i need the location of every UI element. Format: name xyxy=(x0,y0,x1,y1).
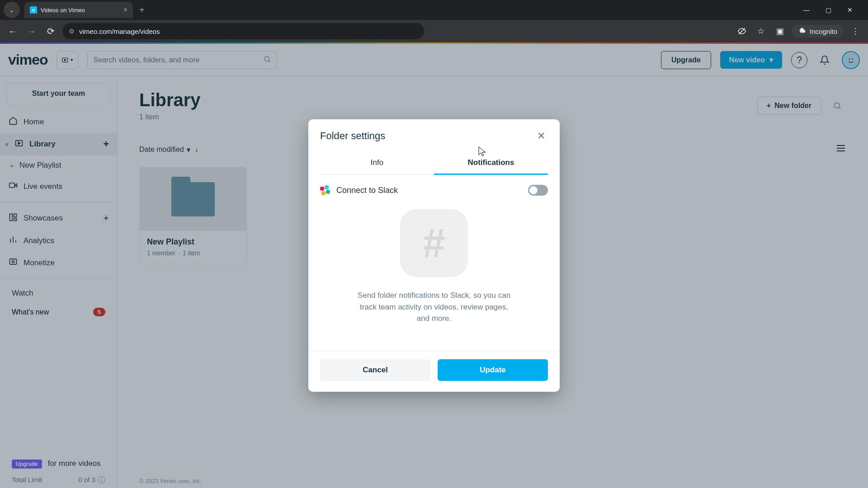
modal-title: Folder settings xyxy=(320,130,385,142)
browser-chrome: ⌄ v Videos on Vimeo × + — ▢ ✕ ← → ⟳ ⚙ vi… xyxy=(0,0,868,42)
address-bar: ← → ⟳ ⚙ vimeo.com/manage/videos ☆ ▣ Inco… xyxy=(0,20,868,42)
modal-scrim[interactable]: Folder settings ✕ Info Notifications Con… xyxy=(0,42,868,488)
url-text: vimeo.com/manage/videos xyxy=(79,28,160,35)
modal-footer: Cancel Update xyxy=(308,351,560,392)
incognito-label: Incognito xyxy=(810,28,837,35)
minimize-icon[interactable]: — xyxy=(801,6,812,14)
tab-search-button[interactable]: ⌄ xyxy=(4,2,20,18)
tab-info[interactable]: Info xyxy=(320,152,434,175)
slack-icon xyxy=(320,185,330,195)
connect-slack-row: Connect to Slack xyxy=(320,185,548,196)
reload-button[interactable]: ⟳ xyxy=(43,24,58,38)
url-field[interactable]: ⚙ vimeo.com/manage/videos xyxy=(62,23,424,39)
tab-title: Videos on Vimeo xyxy=(41,7,85,14)
update-button[interactable]: Update xyxy=(438,359,548,381)
close-window-icon[interactable]: ✕ xyxy=(844,6,855,14)
new-tab-button[interactable]: + xyxy=(134,5,150,15)
maximize-icon[interactable]: ▢ xyxy=(823,6,834,14)
folder-settings-modal: Folder settings ✕ Info Notifications Con… xyxy=(308,119,560,392)
tab-notifications[interactable]: Notifications xyxy=(434,152,548,175)
browser-tab[interactable]: v Videos on Vimeo × xyxy=(24,2,133,18)
forward-button: → xyxy=(24,24,39,38)
modal-tabs: Info Notifications xyxy=(308,152,560,175)
modal-body: Connect to Slack # Send folder notificat… xyxy=(308,175,560,338)
modal-illustration-area: # Send folder notifications to Slack, so… xyxy=(320,196,548,328)
chrome-menu-icon[interactable]: ⋮ xyxy=(848,24,863,38)
tracking-blocked-icon[interactable] xyxy=(735,24,749,38)
back-button[interactable]: ← xyxy=(5,24,20,38)
incognito-indicator[interactable]: Incognito xyxy=(792,25,844,38)
slack-toggle[interactable] xyxy=(528,185,548,196)
side-panel-icon[interactable]: ▣ xyxy=(773,24,787,38)
modal-description: Send folder notifications to Slack, so y… xyxy=(353,290,515,324)
close-tab-icon[interactable]: × xyxy=(123,6,127,14)
tab-strip: ⌄ v Videos on Vimeo × + — ▢ ✕ xyxy=(0,0,868,20)
connect-slack-label: Connect to Slack xyxy=(336,186,398,195)
modal-header: Folder settings ✕ xyxy=(308,119,560,148)
close-icon[interactable]: ✕ xyxy=(534,129,548,143)
site-settings-icon[interactable]: ⚙ xyxy=(69,28,75,35)
vimeo-favicon: v xyxy=(30,6,37,14)
window-controls: — ▢ ✕ xyxy=(801,6,864,14)
cancel-button[interactable]: Cancel xyxy=(320,359,430,381)
hash-icon: # xyxy=(400,209,468,277)
bookmark-icon[interactable]: ☆ xyxy=(754,24,768,38)
